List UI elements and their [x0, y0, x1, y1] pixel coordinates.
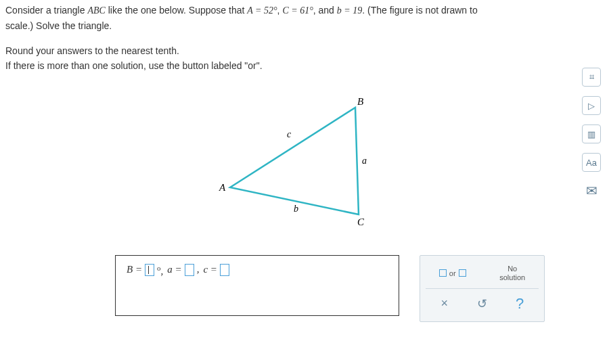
example-icon[interactable]: ▥ [582, 124, 601, 143]
side-c-label: c [287, 129, 292, 139]
rounding-instruction: Round your answers to the nearest tenth. [5, 43, 604, 58]
or-button[interactable]: or [439, 269, 466, 277]
vertex-A-label: A [219, 182, 226, 193]
given-A: A = 52° [247, 5, 277, 16]
mail-icon[interactable]: ✉ [582, 181, 601, 200]
problem-statement: Consider a triangle ABC like the one bel… [0, 0, 609, 74]
c-value-input[interactable] [220, 264, 229, 276]
text: . (The figure is not drawn to [362, 5, 477, 16]
video-icon[interactable]: ▷ [582, 96, 601, 115]
nosol-line2: solution [499, 273, 525, 281]
side-b-label: b [294, 204, 298, 214]
text: scale.) Solve the triangle. [5, 18, 604, 33]
clear-icon[interactable]: × [435, 296, 454, 311]
comma: , [197, 264, 200, 275]
font-size-icon[interactable]: Aa [582, 153, 601, 172]
side-a-label: a [362, 156, 367, 166]
help-icon[interactable]: ? [510, 295, 529, 313]
B-value-input[interactable] [145, 264, 154, 276]
triangle-figure: A B C c a b [0, 86, 609, 228]
reset-icon[interactable]: ↺ [472, 296, 491, 311]
text: Consider a triangle [5, 5, 87, 16]
tool-panel: or No solution × ↺ ? [420, 255, 545, 322]
text: like the one below. Suppose that [106, 5, 247, 16]
a-value-input[interactable] [185, 264, 194, 276]
given-b: b = 19 [337, 5, 362, 16]
nosol-line1: No [508, 265, 517, 273]
calculator-icon[interactable]: ⌗ [582, 68, 601, 87]
separator [426, 288, 539, 289]
B-equals-label: B = [127, 264, 142, 275]
slot-icon [459, 269, 466, 277]
answer-input-box[interactable]: B = o, a = , c = [115, 255, 399, 316]
given-C: C = 61° [282, 5, 313, 16]
degree-comma: o, [157, 264, 163, 277]
slot-icon [439, 269, 447, 277]
no-solution-button[interactable]: No solution [499, 265, 525, 281]
or-instruction: If there is more than one solution, use … [5, 58, 604, 73]
c-equals-label: c = [203, 264, 217, 275]
or-label: or [449, 269, 456, 277]
right-sidebar: ⌗ ▷ ▥ Aa ✉ [582, 68, 601, 200]
svg-marker-0 [230, 108, 359, 214]
vertex-C-label: C [357, 217, 365, 227]
triangle-name: ABC [87, 5, 105, 16]
a-equals-label: a = [167, 264, 181, 275]
vertex-B-label: B [357, 96, 363, 107]
